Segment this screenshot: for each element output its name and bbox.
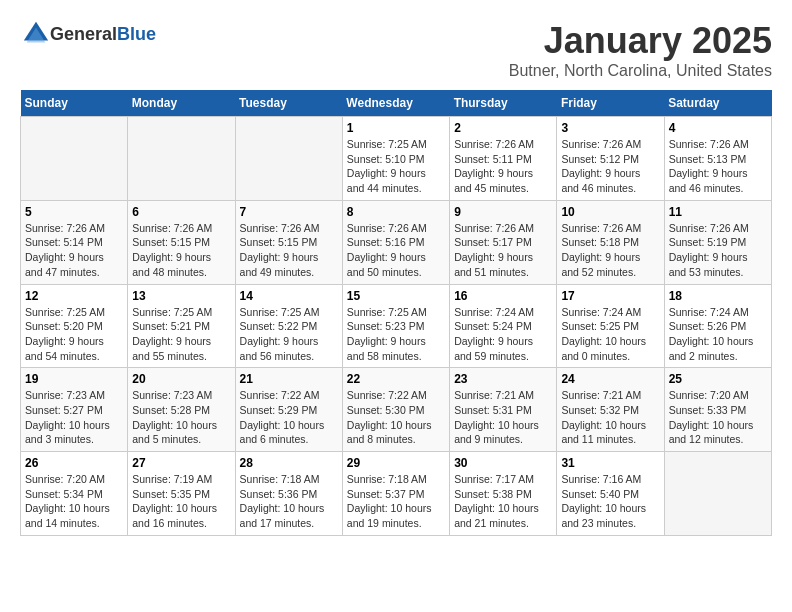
calendar-cell: 8Sunrise: 7:26 AM Sunset: 5:16 PM Daylig… [342,200,449,284]
day-info: Sunrise: 7:20 AM Sunset: 5:33 PM Dayligh… [669,388,767,447]
header: GeneralBlue January 2025 Butner, North C… [20,20,772,80]
logo-text-blue: Blue [117,24,156,44]
calendar-cell: 2Sunrise: 7:26 AM Sunset: 5:11 PM Daylig… [450,117,557,201]
calendar-cell: 19Sunrise: 7:23 AM Sunset: 5:27 PM Dayli… [21,368,128,452]
title-section: January 2025 Butner, North Carolina, Uni… [509,20,772,80]
day-number: 29 [347,456,445,470]
day-number: 26 [25,456,123,470]
day-info: Sunrise: 7:17 AM Sunset: 5:38 PM Dayligh… [454,472,552,531]
header-row: Sunday Monday Tuesday Wednesday Thursday… [21,90,772,117]
calendar-cell: 4Sunrise: 7:26 AM Sunset: 5:13 PM Daylig… [664,117,771,201]
day-info: Sunrise: 7:24 AM Sunset: 5:24 PM Dayligh… [454,305,552,364]
day-info: Sunrise: 7:22 AM Sunset: 5:30 PM Dayligh… [347,388,445,447]
day-number: 21 [240,372,338,386]
day-info: Sunrise: 7:24 AM Sunset: 5:26 PM Dayligh… [669,305,767,364]
calendar-cell: 25Sunrise: 7:20 AM Sunset: 5:33 PM Dayli… [664,368,771,452]
day-info: Sunrise: 7:22 AM Sunset: 5:29 PM Dayligh… [240,388,338,447]
day-info: Sunrise: 7:18 AM Sunset: 5:36 PM Dayligh… [240,472,338,531]
calendar-cell: 24Sunrise: 7:21 AM Sunset: 5:32 PM Dayli… [557,368,664,452]
day-number: 31 [561,456,659,470]
calendar-cell: 30Sunrise: 7:17 AM Sunset: 5:38 PM Dayli… [450,452,557,536]
day-info: Sunrise: 7:26 AM Sunset: 5:12 PM Dayligh… [561,137,659,196]
day-number: 24 [561,372,659,386]
day-info: Sunrise: 7:21 AM Sunset: 5:32 PM Dayligh… [561,388,659,447]
calendar-cell [235,117,342,201]
calendar-week-4: 19Sunrise: 7:23 AM Sunset: 5:27 PM Dayli… [21,368,772,452]
day-info: Sunrise: 7:25 AM Sunset: 5:20 PM Dayligh… [25,305,123,364]
day-info: Sunrise: 7:19 AM Sunset: 5:35 PM Dayligh… [132,472,230,531]
calendar-week-3: 12Sunrise: 7:25 AM Sunset: 5:20 PM Dayli… [21,284,772,368]
day-number: 8 [347,205,445,219]
day-number: 2 [454,121,552,135]
header-wednesday: Wednesday [342,90,449,117]
day-number: 27 [132,456,230,470]
day-info: Sunrise: 7:26 AM Sunset: 5:18 PM Dayligh… [561,221,659,280]
calendar-cell: 20Sunrise: 7:23 AM Sunset: 5:28 PM Dayli… [128,368,235,452]
header-friday: Friday [557,90,664,117]
day-info: Sunrise: 7:25 AM Sunset: 5:21 PM Dayligh… [132,305,230,364]
day-info: Sunrise: 7:21 AM Sunset: 5:31 PM Dayligh… [454,388,552,447]
day-number: 14 [240,289,338,303]
calendar-cell: 31Sunrise: 7:16 AM Sunset: 5:40 PM Dayli… [557,452,664,536]
day-number: 4 [669,121,767,135]
calendar-cell: 28Sunrise: 7:18 AM Sunset: 5:36 PM Dayli… [235,452,342,536]
day-info: Sunrise: 7:16 AM Sunset: 5:40 PM Dayligh… [561,472,659,531]
day-info: Sunrise: 7:26 AM Sunset: 5:15 PM Dayligh… [132,221,230,280]
day-number: 11 [669,205,767,219]
day-number: 30 [454,456,552,470]
calendar-cell: 29Sunrise: 7:18 AM Sunset: 5:37 PM Dayli… [342,452,449,536]
calendar-cell [664,452,771,536]
day-number: 13 [132,289,230,303]
day-number: 9 [454,205,552,219]
calendar-cell: 6Sunrise: 7:26 AM Sunset: 5:15 PM Daylig… [128,200,235,284]
day-number: 25 [669,372,767,386]
day-info: Sunrise: 7:26 AM Sunset: 5:14 PM Dayligh… [25,221,123,280]
day-info: Sunrise: 7:26 AM Sunset: 5:13 PM Dayligh… [669,137,767,196]
day-info: Sunrise: 7:26 AM Sunset: 5:17 PM Dayligh… [454,221,552,280]
day-info: Sunrise: 7:24 AM Sunset: 5:25 PM Dayligh… [561,305,659,364]
day-info: Sunrise: 7:26 AM Sunset: 5:11 PM Dayligh… [454,137,552,196]
calendar-cell: 17Sunrise: 7:24 AM Sunset: 5:25 PM Dayli… [557,284,664,368]
day-info: Sunrise: 7:25 AM Sunset: 5:10 PM Dayligh… [347,137,445,196]
header-tuesday: Tuesday [235,90,342,117]
day-number: 15 [347,289,445,303]
day-number: 7 [240,205,338,219]
day-info: Sunrise: 7:23 AM Sunset: 5:28 PM Dayligh… [132,388,230,447]
day-number: 18 [669,289,767,303]
calendar-cell: 26Sunrise: 7:20 AM Sunset: 5:34 PM Dayli… [21,452,128,536]
day-number: 23 [454,372,552,386]
day-number: 22 [347,372,445,386]
header-sunday: Sunday [21,90,128,117]
day-number: 12 [25,289,123,303]
day-info: Sunrise: 7:20 AM Sunset: 5:34 PM Dayligh… [25,472,123,531]
calendar-cell: 13Sunrise: 7:25 AM Sunset: 5:21 PM Dayli… [128,284,235,368]
calendar-cell: 18Sunrise: 7:24 AM Sunset: 5:26 PM Dayli… [664,284,771,368]
day-number: 3 [561,121,659,135]
calendar-title: January 2025 [509,20,772,62]
calendar-cell: 21Sunrise: 7:22 AM Sunset: 5:29 PM Dayli… [235,368,342,452]
day-number: 6 [132,205,230,219]
logo-text-general: General [50,24,117,44]
header-saturday: Saturday [664,90,771,117]
calendar-week-5: 26Sunrise: 7:20 AM Sunset: 5:34 PM Dayli… [21,452,772,536]
calendar-cell: 15Sunrise: 7:25 AM Sunset: 5:23 PM Dayli… [342,284,449,368]
day-info: Sunrise: 7:23 AM Sunset: 5:27 PM Dayligh… [25,388,123,447]
calendar-cell: 7Sunrise: 7:26 AM Sunset: 5:15 PM Daylig… [235,200,342,284]
day-info: Sunrise: 7:26 AM Sunset: 5:19 PM Dayligh… [669,221,767,280]
calendar-cell: 5Sunrise: 7:26 AM Sunset: 5:14 PM Daylig… [21,200,128,284]
calendar-table: Sunday Monday Tuesday Wednesday Thursday… [20,90,772,536]
calendar-cell: 14Sunrise: 7:25 AM Sunset: 5:22 PM Dayli… [235,284,342,368]
calendar-week-2: 5Sunrise: 7:26 AM Sunset: 5:14 PM Daylig… [21,200,772,284]
day-info: Sunrise: 7:25 AM Sunset: 5:23 PM Dayligh… [347,305,445,364]
calendar-cell: 3Sunrise: 7:26 AM Sunset: 5:12 PM Daylig… [557,117,664,201]
calendar-cell [21,117,128,201]
calendar-cell: 9Sunrise: 7:26 AM Sunset: 5:17 PM Daylig… [450,200,557,284]
header-thursday: Thursday [450,90,557,117]
calendar-cell: 11Sunrise: 7:26 AM Sunset: 5:19 PM Dayli… [664,200,771,284]
day-info: Sunrise: 7:26 AM Sunset: 5:15 PM Dayligh… [240,221,338,280]
day-number: 20 [132,372,230,386]
calendar-cell: 23Sunrise: 7:21 AM Sunset: 5:31 PM Dayli… [450,368,557,452]
calendar-week-1: 1Sunrise: 7:25 AM Sunset: 5:10 PM Daylig… [21,117,772,201]
day-info: Sunrise: 7:18 AM Sunset: 5:37 PM Dayligh… [347,472,445,531]
day-info: Sunrise: 7:26 AM Sunset: 5:16 PM Dayligh… [347,221,445,280]
